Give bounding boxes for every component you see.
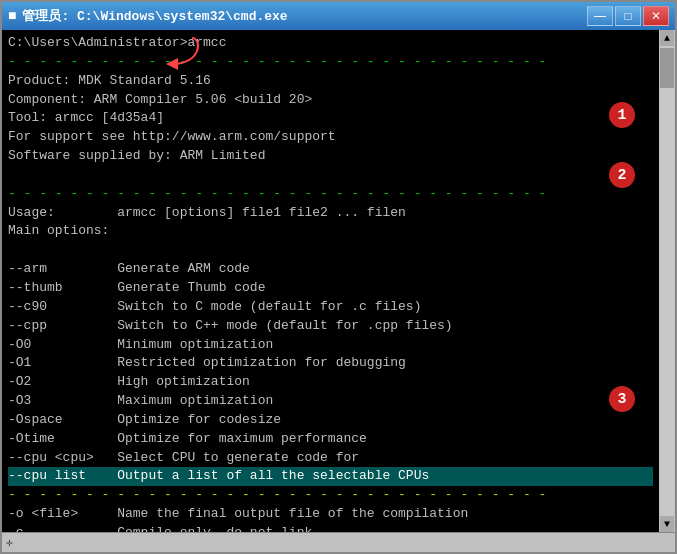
terminal-line: -O3 Maximum optimization [8,392,653,411]
terminal-line: -O2 High optimization [8,373,653,392]
terminal-line: Usage: armcc [options] file1 file2 ... f… [8,204,653,223]
scroll-thumb[interactable] [660,48,674,88]
cmd-window: ■ 管理员: C:\Windows\system32\cmd.exe — □ ✕… [0,0,677,554]
terminal-line: --cpu list Output a list of all the sele… [8,467,653,486]
terminal-line: --arm Generate ARM code [8,260,653,279]
terminal-line: Software supplied by: ARM Limited [8,147,653,166]
badge-3: 3 [609,386,635,412]
status-text: ✛ [6,536,13,549]
arrow-icon [122,36,202,72]
terminal-line: - - - - - - - - - - - - - - - - - - - - … [8,185,653,204]
window-icon: ■ [8,8,16,24]
scroll-down-button[interactable]: ▼ [660,516,674,532]
terminal-line: --c90 Switch to C mode (default for .c f… [8,298,653,317]
maximize-button[interactable]: □ [615,6,641,26]
title-bar: ■ 管理员: C:\Windows\system32\cmd.exe — □ ✕ [2,2,675,30]
terminal-line: -o <file> Name the final output file of … [8,505,653,524]
window-title: 管理员: C:\Windows\system32\cmd.exe [22,7,287,25]
terminal-line: Product: MDK Standard 5.16 [8,72,653,91]
terminal-line: --thumb Generate Thumb code [8,279,653,298]
terminal-line: -O1 Restricted optimization for debuggin… [8,354,653,373]
terminal-line: Tool: armcc [4d35a4] [8,109,653,128]
title-bar-left: ■ 管理员: C:\Windows\system32\cmd.exe [8,7,288,25]
terminal-line: -O0 Minimum optimization [8,336,653,355]
terminal-line: -Otime Optimize for maximum performance [8,430,653,449]
terminal-line: For support see http://www.arm.com/suppo… [8,128,653,147]
scroll-track[interactable] [660,46,674,516]
terminal-line: -c Compile only, do not link [8,524,653,532]
terminal-line: --cpu <cpu> Select CPU to generate code … [8,449,653,468]
window-controls: — □ ✕ [587,6,669,26]
terminal-line: C:\Users\Administrator>armcc [8,34,653,53]
terminal[interactable]: C:\Users\Administrator>armcc- - - - - - … [2,30,659,532]
terminal-line [8,166,653,185]
terminal-line [8,241,653,260]
badge-2: 2 [609,162,635,188]
terminal-line: --cpp Switch to C++ mode (default for .c… [8,317,653,336]
scrollbar[interactable]: ▲ ▼ [659,30,675,532]
minimize-button[interactable]: — [587,6,613,26]
terminal-line: Main options: [8,222,653,241]
terminal-line: - - - - - - - - - - - - - - - - - - - - … [8,486,653,505]
terminal-text: C:\Users\Administrator>armcc- - - - - - … [8,34,653,532]
close-button[interactable]: ✕ [643,6,669,26]
scroll-up-button[interactable]: ▲ [660,30,674,46]
main-area: C:\Users\Administrator>armcc- - - - - - … [2,30,675,532]
terminal-line: Component: ARM Compiler 5.06 <build 20> [8,91,653,110]
status-bar: ✛ [2,532,675,552]
badge-1: 1 [609,102,635,128]
terminal-line: -Ospace Optimize for codesize [8,411,653,430]
terminal-line: - - - - - - - - - - - - - - - - - - - - … [8,53,653,72]
